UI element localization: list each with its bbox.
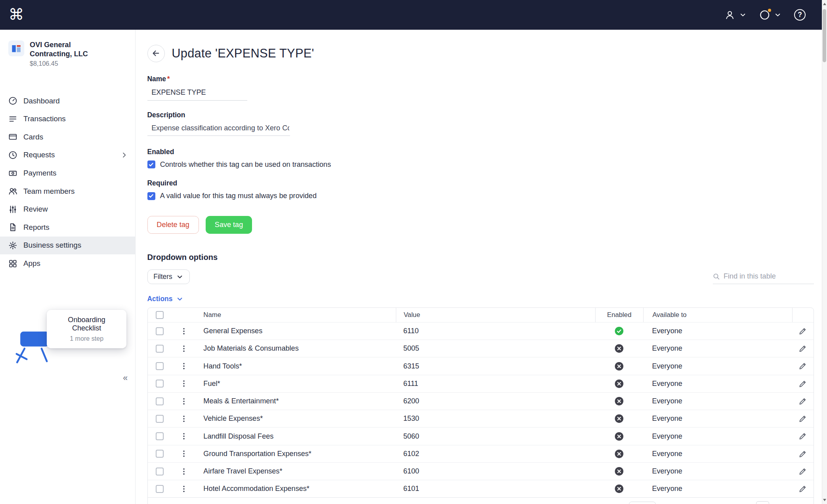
sidebar-item-reports[interactable]: Reports <box>0 218 135 237</box>
chevron-down-icon <box>176 273 183 280</box>
next-page-button[interactable] <box>785 504 793 504</box>
sidebar-item-label: Dashboard <box>23 97 60 105</box>
kebab-menu-icon[interactable] <box>180 327 188 335</box>
scrollbar-thumb[interactable] <box>823 9 826 62</box>
row-checkbox[interactable] <box>156 327 164 335</box>
scrollbar[interactable] <box>822 0 827 504</box>
sidebar-item-team-members[interactable]: Team members <box>0 182 135 200</box>
main-content: Update 'EXPENSE TYPE' Name* Description … <box>136 30 822 504</box>
edit-icon[interactable] <box>798 362 807 370</box>
table-row: General Expenses 6110 Everyone <box>148 322 814 340</box>
search-icon <box>713 273 720 281</box>
name-input[interactable] <box>147 85 247 100</box>
option-name: Landfill Disposal Fees <box>195 428 396 445</box>
save-tag-button[interactable]: Save tag <box>206 216 252 233</box>
row-checkbox[interactable] <box>156 468 164 475</box>
sidebar-item-apps[interactable]: Apps <box>0 254 135 273</box>
enabled-checkbox[interactable] <box>147 160 155 168</box>
kebab-menu-icon[interactable] <box>180 450 188 458</box>
row-checkbox[interactable] <box>156 450 164 458</box>
sidebar-item-label: Review <box>23 205 48 214</box>
sidebar-item-label: Apps <box>23 259 40 268</box>
kebab-menu-icon[interactable] <box>180 485 188 493</box>
description-input[interactable] <box>147 120 290 136</box>
page-size-value: 10 <box>634 504 641 504</box>
row-checkbox[interactable] <box>156 380 164 388</box>
option-name: Fuel* <box>195 375 396 392</box>
document-icon <box>8 223 17 232</box>
sidebar-item-label: Reports <box>23 223 50 232</box>
sidebar-item-business-settings[interactable]: Business settings <box>0 237 135 255</box>
kebab-menu-icon[interactable] <box>180 415 188 423</box>
option-value: 6100 <box>396 463 595 480</box>
table-row: Airfare Travel Expenses* 6100 Everyone <box>148 462 814 480</box>
kebab-menu-icon[interactable] <box>180 380 188 388</box>
first-page-button[interactable] <box>730 504 737 504</box>
dashboard-icon <box>8 96 17 105</box>
back-button[interactable] <box>147 45 165 62</box>
card-icon <box>8 132 17 141</box>
row-checkbox[interactable] <box>156 397 164 405</box>
onboarding-subtitle: 1 more step <box>54 335 119 342</box>
disabled-x-icon <box>615 467 624 476</box>
edit-icon[interactable] <box>798 432 807 440</box>
table-row: Ground Transportation Expenses* 6102 Eve… <box>148 445 814 462</box>
sidebar-item-dashboard[interactable]: Dashboard <box>0 92 135 110</box>
edit-icon[interactable] <box>798 397 807 405</box>
actions-dropdown[interactable]: Actions <box>147 295 183 303</box>
kebab-menu-icon[interactable] <box>180 397 188 405</box>
select-all-checkbox[interactable] <box>156 311 164 319</box>
sidebar-item-review[interactable]: Review <box>0 200 135 218</box>
scroll-up-icon[interactable] <box>823 3 826 5</box>
onboarding-title: Onboarding Checklist <box>54 316 119 332</box>
pagination-range-text: 1 - 10 of 59 options <box>663 503 722 504</box>
last-page-button[interactable] <box>798 504 806 504</box>
edit-icon[interactable] <box>798 327 807 335</box>
delete-tag-button[interactable]: Delete tag <box>147 216 199 233</box>
company-balance: $8,106.45 <box>30 60 115 67</box>
edit-icon[interactable] <box>798 414 807 423</box>
required-checkbox[interactable] <box>147 192 155 200</box>
table-row: Vehicle Expenses* 1530 Everyone <box>148 410 814 427</box>
sidebar-collapse-button[interactable]: « <box>123 373 128 383</box>
options-table: Name Value Enabled Available to General … <box>147 307 814 504</box>
kebab-menu-icon[interactable] <box>180 345 188 353</box>
filters-button-label: Filters <box>153 273 172 281</box>
sidebar-item-payments[interactable]: Payments <box>0 164 135 182</box>
previous-page-button[interactable] <box>743 504 751 504</box>
company-name: OVI General Contracting, LLC <box>30 40 115 58</box>
page-size-select[interactable]: 10 <box>629 502 656 504</box>
top-bar: ⌘ ? <box>0 0 827 30</box>
notifications-menu[interactable] <box>759 9 781 21</box>
onboarding-checklist-popover[interactable]: Onboarding Checklist 1 more step <box>47 310 126 348</box>
scroll-down-icon[interactable] <box>823 499 826 501</box>
help-icon[interactable]: ? <box>794 9 806 21</box>
notification-dot <box>767 8 772 13</box>
edit-icon[interactable] <box>798 450 807 458</box>
row-checkbox[interactable] <box>156 485 164 493</box>
row-checkbox[interactable] <box>156 362 164 370</box>
company-switcher[interactable]: OVI General Contracting, LLC $8,106.45 <box>0 30 135 67</box>
kebab-menu-icon[interactable] <box>180 468 188 475</box>
sidebar-item-cards[interactable]: Cards <box>0 128 135 146</box>
account-menu[interactable] <box>724 9 746 21</box>
table-row: Fuel* 6111 Everyone <box>148 375 814 392</box>
row-checkbox[interactable] <box>156 432 164 440</box>
edit-icon[interactable] <box>798 344 807 353</box>
current-page-input[interactable]: 1 <box>756 501 769 504</box>
sidebar-item-transactions[interactable]: Transactions <box>0 110 135 128</box>
sidebar-item-requests[interactable]: Requests <box>0 146 135 164</box>
kebab-menu-icon[interactable] <box>180 362 188 370</box>
edit-icon[interactable] <box>798 485 807 493</box>
app-logo-icon[interactable]: ⌘ <box>8 7 24 23</box>
transactions-icon <box>8 115 17 124</box>
row-checkbox[interactable] <box>156 415 164 423</box>
row-checkbox[interactable] <box>156 345 164 353</box>
search-input[interactable] <box>724 272 814 281</box>
edit-icon[interactable] <box>798 467 807 475</box>
edit-icon[interactable] <box>798 380 807 388</box>
disabled-x-icon <box>615 344 624 353</box>
filters-button[interactable]: Filters <box>147 269 190 284</box>
option-name: General Expenses <box>195 323 396 340</box>
kebab-menu-icon[interactable] <box>180 432 188 440</box>
